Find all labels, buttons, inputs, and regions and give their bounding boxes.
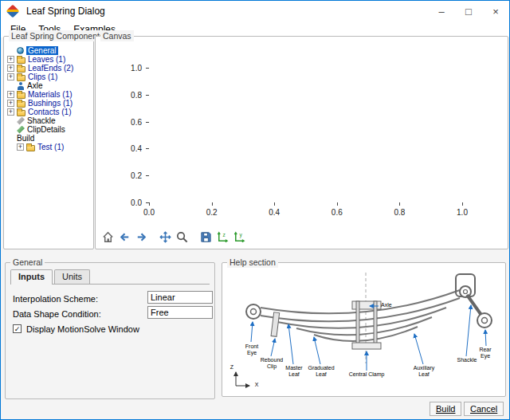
tree-item-test[interactable]: + Test (1) (4, 143, 93, 151)
folder-icon (17, 75, 26, 81)
tab-units[interactable]: Units (54, 269, 90, 284)
tree-group-label: Leaf Spring Components (9, 30, 106, 41)
x-tick-mark (212, 202, 213, 206)
tree-item-bushings[interactable]: + Bushings (1) (4, 99, 93, 108)
interpolation-scheme-field[interactable]: Linear (147, 291, 213, 304)
tree-item-contacts[interactable]: + Contacts (1) (4, 108, 93, 116)
svg-text:y: y (240, 232, 243, 238)
tree-item-label: Clips (1) (28, 73, 57, 81)
y-tick-label: 0.4 (131, 144, 142, 153)
plot-toolbar: z y (100, 229, 248, 245)
graduated-leaf-label: Graduated Leaf (303, 365, 339, 378)
magnifier-icon (175, 230, 189, 244)
z-axis-label: Z (228, 364, 236, 371)
build-button[interactable]: Build (430, 402, 461, 416)
tree-item-shackle[interactable]: Shackle (4, 116, 93, 125)
leaf-spring-diagram: Axle Front Eye Rebound Clip Master Leaf … (225, 268, 504, 395)
window-title: Leaf Spring Dialog (26, 6, 105, 17)
shackle-icon (17, 117, 25, 125)
data-shape-condition-field[interactable]: Free (147, 306, 213, 319)
tree-item-label: Materials (1) (28, 90, 73, 99)
tree-item-label: Contacts (1) (28, 108, 71, 116)
tree-item-axle[interactable]: Axle (4, 81, 93, 90)
tree-item-label: LeafEnds (2) (28, 64, 73, 73)
expander-icon[interactable]: + (7, 108, 14, 116)
help-section-label: Help section (227, 257, 278, 268)
expander-icon[interactable]: + (7, 100, 14, 107)
y-tick-label: 0.6 (131, 117, 142, 126)
canvas-group-label: Canvas (100, 30, 134, 41)
x-tick-mark (399, 202, 400, 206)
expander-icon[interactable]: + (7, 73, 14, 80)
x-tick-mark (337, 202, 338, 206)
y-tick-mark (146, 95, 149, 96)
expander-icon[interactable]: + (7, 91, 14, 98)
x-tick-label: 1.0 (457, 208, 468, 217)
axes-z-button[interactable]: z (214, 229, 231, 245)
help-section-group: Help section (222, 262, 506, 397)
home-icon (101, 230, 115, 244)
back-button[interactable] (116, 229, 133, 245)
title-bar: Leaf Spring Dialog – □ × (1, 1, 509, 22)
build-button-label: Build (436, 404, 455, 414)
home-button[interactable] (100, 229, 116, 245)
axes-y-button[interactable]: y (231, 229, 248, 245)
folder-icon (17, 57, 26, 64)
tree-item-leafends[interactable]: + LeafEnds (2) (4, 64, 93, 73)
general-tabs: Inputs Units (10, 269, 210, 285)
tree-item-leaves[interactable]: + Leaves (1) (4, 55, 93, 64)
display-motionsolve-checkbox[interactable]: ✓ (13, 324, 22, 333)
auxiliary-leaf-label: Auxiliary Leaf (407, 365, 441, 378)
data-shape-condition-label: Data Shape Condition: (13, 309, 101, 319)
tree-item-label: Axle (27, 81, 42, 90)
zoom-button[interactable] (174, 229, 190, 245)
y-tick-mark (146, 148, 149, 149)
save-button[interactable] (198, 229, 214, 245)
folder-icon (17, 92, 26, 99)
folder-icon (26, 145, 35, 151)
tree-item-materials[interactable]: + Materials (1) (4, 90, 93, 99)
canvas-plot[interactable]: 1.0 0.8 0.6 0.4 0.2 0.0 0.0 0.2 0.4 0.6 … (149, 68, 462, 202)
clipdetails-icon (17, 126, 25, 134)
y-tick-label: 0.8 (131, 90, 142, 99)
x-tick-mark (149, 202, 150, 206)
cancel-button[interactable]: Cancel (464, 402, 504, 416)
tree-item-clipdetails[interactable]: ClipDetails (4, 125, 93, 134)
app-icon (6, 5, 20, 18)
leaf-spring-dialog-window: Leaf Spring Dialog – □ × File Tools Exam… (0, 0, 510, 420)
maximize-button[interactable]: □ (455, 1, 482, 22)
tree-item-clips[interactable]: + Clips (1) (4, 73, 93, 81)
x-tick-mark (462, 202, 463, 206)
y-tick-mark (146, 122, 149, 123)
save-icon (199, 230, 213, 244)
tree-item-general[interactable]: General (4, 46, 93, 55)
general-group: General Inputs Units Interpolation Schem… (5, 262, 215, 399)
y-tick-mark (146, 68, 149, 69)
tree-item-label: Bushings (1) (28, 99, 73, 108)
y-tick-label: 1.0 (131, 64, 142, 73)
tree-item-label: Build (17, 134, 34, 143)
expander-icon[interactable]: + (7, 56, 14, 63)
close-button[interactable]: × (482, 1, 509, 22)
tree-item-label: General (26, 46, 58, 55)
rear-eye-label: Rear Eye (474, 347, 496, 359)
general-group-label: General (10, 257, 45, 268)
x-tick-label: 0.8 (394, 208, 405, 217)
display-motionsolve-label: Display MotionSolve Window (26, 324, 139, 334)
tree-item-build[interactable]: Build (4, 134, 93, 143)
x-tick-label: 0.2 (206, 208, 218, 217)
central-clamp-label: Central Clamp (341, 371, 392, 378)
tree-item-label: Leaves (1) (28, 55, 65, 64)
expander-icon[interactable]: + (17, 143, 24, 151)
tab-inputs[interactable]: Inputs (10, 269, 53, 285)
cancel-button-label: Cancel (470, 404, 497, 414)
tree-item-label: Test (1) (37, 143, 64, 151)
forward-arrow-icon (135, 230, 148, 244)
y-tick-label: 0.0 (131, 198, 142, 207)
minimize-button[interactable]: – (428, 1, 455, 22)
forward-button[interactable] (133, 229, 150, 245)
expander-icon[interactable]: + (7, 65, 14, 72)
folder-icon (17, 101, 26, 108)
folder-icon (17, 110, 26, 116)
pan-button[interactable] (157, 229, 174, 245)
